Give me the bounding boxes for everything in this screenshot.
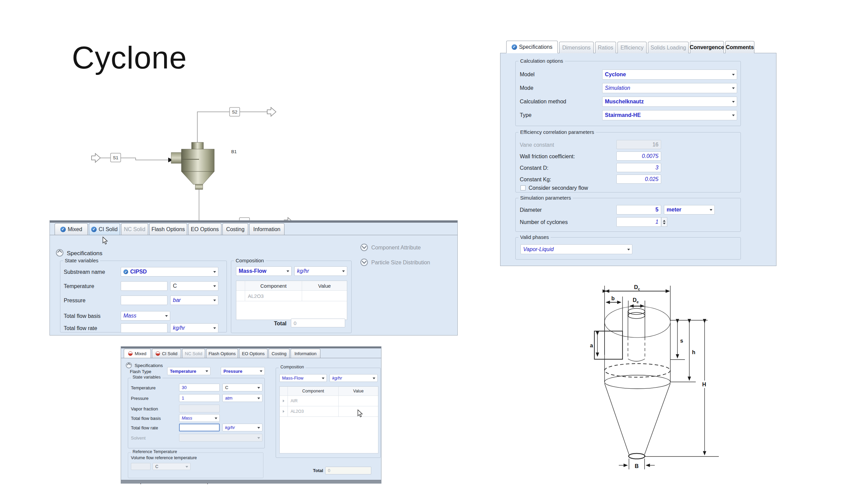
type-select[interactable]: Stairmand-HE <box>602 110 737 120</box>
calculation-method-select[interactable]: Muschelknautz <box>602 97 737 107</box>
particle-size-distribution-section[interactable]: Particle Size Distribution <box>371 260 430 266</box>
value-cell[interactable] <box>339 396 378 406</box>
tab-costing[interactable]: Costing <box>269 349 290 358</box>
wall-friction-input[interactable]: 0.0075 <box>616 151 661 161</box>
tab-ci-solid[interactable]: ✓ CI Solid <box>89 223 120 235</box>
temperature-unit-select[interactable]: C <box>170 281 218 291</box>
total-flow-rate-input[interactable] <box>179 424 220 431</box>
total-flow-basis-select[interactable]: Mass <box>179 414 220 422</box>
efficiency-parameters-group: Efficiency correlation parameters Vane c… <box>515 132 741 192</box>
flash-type-select-1[interactable]: Temperature <box>167 367 211 375</box>
tab-label: Costing <box>272 351 287 356</box>
chevron-down-icon <box>257 398 260 399</box>
tab-eo-options[interactable]: EO Options <box>188 223 221 235</box>
tab-information[interactable]: Information <box>291 349 320 358</box>
temperature-label: Temperature <box>131 385 156 390</box>
block-label[interactable]: B1 <box>231 149 237 154</box>
collapse-specifications-button[interactable] <box>126 362 132 368</box>
chevron-down-icon <box>342 270 345 272</box>
dim-label-outlet: B <box>635 463 639 469</box>
tab-specifications[interactable]: ✓ Specifications <box>506 41 558 53</box>
consider-secondary-flow-checkbox[interactable] <box>520 185 526 190</box>
tab-costing[interactable]: Costing <box>222 223 248 235</box>
composition-units-select[interactable]: kg/hr <box>294 266 347 276</box>
chevron-down-icon <box>185 466 188 468</box>
tab-eo-options[interactable]: EO Options <box>239 349 268 358</box>
constant-d-value: 3 <box>655 165 658 171</box>
chevron-down-icon <box>213 327 216 329</box>
tab-flash-options[interactable]: Flash Options <box>206 349 238 358</box>
temperature-unit-select[interactable]: C <box>222 384 262 391</box>
tab-dimensions[interactable]: Dimensions <box>559 42 594 53</box>
mode-select[interactable]: Simulation <box>602 83 737 93</box>
chevron-down-icon <box>257 437 260 439</box>
number-of-cyclones-stepper[interactable] <box>661 217 667 227</box>
chevron-down-icon <box>205 370 208 372</box>
tab-nc-solid[interactable]: NC Solid <box>182 349 205 358</box>
tab-label: Mixed <box>68 226 82 232</box>
pressure-unit-select[interactable]: bar <box>170 296 218 305</box>
stream-label: S1 <box>113 155 118 160</box>
stream-overhead[interactable]: S2 <box>197 107 276 143</box>
flash-type-select-2[interactable]: Pressure <box>221 367 265 375</box>
tab-flash-options[interactable]: Flash Options <box>149 223 187 235</box>
composition-units-select[interactable]: kg/hr <box>330 374 378 382</box>
composition-basis-select[interactable]: Mass-Flow <box>279 374 327 382</box>
tab-information[interactable]: Information <box>249 223 284 235</box>
composition-basis-value: Mass-Flow <box>282 375 303 381</box>
expand-particle-size-button[interactable] <box>360 259 368 266</box>
value-cell[interactable] <box>302 291 347 301</box>
collapse-specifications-button[interactable] <box>56 249 63 257</box>
number-of-cyclones-label: Number of cyclones <box>520 219 568 225</box>
substream-name-select[interactable]: ✓ CIPSD <box>121 267 218 277</box>
model-select[interactable]: Cyclone <box>602 69 737 80</box>
expand-component-attribute-button[interactable] <box>360 244 368 251</box>
total-flow-basis-select[interactable]: Mass <box>121 311 170 321</box>
valid-phases-select[interactable]: Vapor-Liquid <box>520 244 632 254</box>
temperature-input[interactable] <box>121 281 167 291</box>
constant-d-input[interactable]: 3 <box>616 163 661 172</box>
chevron-down-icon <box>287 270 289 272</box>
table-row: AL2O3 <box>236 291 347 301</box>
composition-basis-select[interactable]: Mass-Flow <box>236 266 292 276</box>
column-header-value: Value <box>339 387 378 395</box>
pressure-input[interactable] <box>121 296 167 305</box>
volume-flow-ref-temp-unit: C <box>155 464 158 469</box>
temperature-input[interactable]: 30 <box>179 384 220 391</box>
tab-efficiency[interactable]: Efficiency <box>617 42 647 53</box>
tab-nc-solid[interactable]: NC Solid <box>121 223 148 235</box>
type-label: Type <box>520 112 532 118</box>
tab-convergence[interactable]: Convergence <box>690 41 724 53</box>
tab-ratios[interactable]: Ratios <box>595 42 616 53</box>
tab-mixed[interactable]: Mixed <box>124 349 151 358</box>
group-title: State variables <box>63 258 100 263</box>
diameter-input[interactable]: 5 <box>616 205 661 215</box>
tab-label: Flash Options <box>152 226 185 232</box>
total-flow-basis-label: Total flow basis <box>64 313 101 319</box>
constant-kg-input[interactable]: 0.025 <box>616 175 661 184</box>
component-attribute-section[interactable]: Component Attribute <box>371 245 421 251</box>
tab-label: Mixed <box>135 351 146 356</box>
pressure-input[interactable]: 1 <box>179 394 220 402</box>
component-cell: AIR <box>288 396 339 406</box>
number-of-cyclones-input[interactable]: 1 <box>616 217 661 227</box>
tab-label: NC Solid <box>185 351 202 356</box>
stream-label: S2 <box>232 109 237 115</box>
tab-mixed[interactable]: ✓ Mixed <box>55 223 88 235</box>
chevron-down-icon <box>215 418 217 419</box>
tab-comments[interactable]: Comments <box>725 41 754 53</box>
tab-ci-solid[interactable]: CI Solid <box>152 349 181 358</box>
cyclone-block[interactable] <box>171 142 214 189</box>
total-flow-rate-unit-select[interactable]: kg/hr <box>170 323 218 333</box>
diameter-label: Diameter <box>520 207 542 213</box>
total-flow-rate-unit-select[interactable]: kg/hr <box>222 424 262 431</box>
tab-solids-loading[interactable]: Solids Loading <box>648 42 689 53</box>
constant-d-label: Constant D: <box>520 165 548 171</box>
chevron-down-icon <box>322 378 324 379</box>
pressure-unit-select[interactable]: atm <box>222 394 262 402</box>
diameter-unit-select[interactable]: meter <box>664 205 715 215</box>
stream-inlet[interactable]: S1 <box>92 153 173 162</box>
total-flow-rate-label: Total flow rate <box>131 425 158 430</box>
total-flow-rate-input[interactable] <box>121 323 167 333</box>
tab-label: CI Solid <box>162 351 178 356</box>
